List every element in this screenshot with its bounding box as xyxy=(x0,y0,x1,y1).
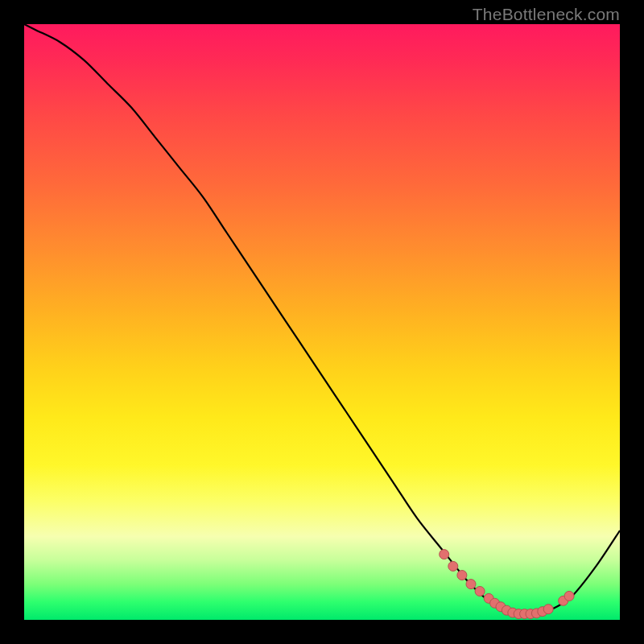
curve-svg xyxy=(24,24,620,620)
plot-area xyxy=(24,24,620,620)
bottleneck-curve xyxy=(24,24,620,614)
chart-frame: TheBottleneck.com xyxy=(0,0,644,644)
curve-marker xyxy=(457,571,467,580)
curve-marker xyxy=(448,561,458,571)
curve-marker xyxy=(543,605,553,614)
curve-marker xyxy=(440,550,449,559)
curve-marker xyxy=(466,580,476,589)
watermark-text: TheBottleneck.com xyxy=(473,5,620,24)
curve-marker xyxy=(475,586,485,596)
curve-marker xyxy=(564,591,574,601)
